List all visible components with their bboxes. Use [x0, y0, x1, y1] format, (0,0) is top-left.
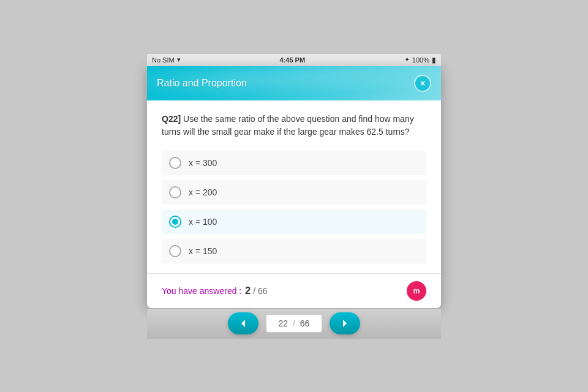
- option-d-label: x = 150: [189, 246, 217, 256]
- radio-d: [169, 245, 181, 257]
- option-b[interactable]: x = 200: [162, 180, 426, 205]
- question-text: Q22] Use the same ratio of the above que…: [162, 113, 426, 138]
- next-icon: [340, 318, 350, 328]
- question-body: Use the same ratio of the above question…: [162, 114, 414, 137]
- prev-icon: [238, 318, 248, 328]
- option-c[interactable]: x = 100: [162, 209, 426, 234]
- battery-icon: ▮: [432, 56, 436, 64]
- option-a[interactable]: x = 300: [162, 151, 426, 175]
- radio-c-fill: [172, 219, 178, 225]
- battery-pct: 100%: [412, 56, 429, 64]
- bluetooth-icon: ✦: [404, 56, 410, 64]
- option-a-label: x = 300: [189, 158, 217, 168]
- nav-bar: 22 / 66: [147, 308, 441, 339]
- card-title: Ratio and Proportion: [157, 78, 247, 89]
- prev-button[interactable]: [228, 312, 258, 334]
- answered-label: You have answered :: [162, 286, 241, 296]
- answered-info: You have answered : 2 / 66: [162, 285, 268, 296]
- status-right: ✦ 100% ▮: [404, 56, 436, 64]
- device-frame: No SIM ▾ 4:45 PM ✦ 100% ▮ Ratio and Prop…: [0, 0, 588, 392]
- radio-c: [169, 216, 181, 228]
- current-page: 22: [279, 318, 288, 328]
- close-button[interactable]: ×: [414, 75, 431, 92]
- radio-b: [169, 186, 181, 198]
- answered-total: 66: [258, 286, 268, 296]
- quiz-card: Ratio and Proportion × Q22] Use the same…: [147, 66, 441, 308]
- options-list: x = 300 x = 200 x = 100 x = 1: [162, 151, 426, 263]
- question-number: Q22]: [162, 114, 181, 124]
- carrier-label: No SIM: [152, 56, 175, 64]
- option-b-label: x = 200: [189, 187, 217, 197]
- brand-icon: m: [407, 281, 426, 301]
- status-left: No SIM ▾: [152, 56, 181, 64]
- brand-label: m: [413, 287, 420, 295]
- footer-status: You have answered : 2 / 66 m: [147, 273, 441, 308]
- status-bar: No SIM ▾ 4:45 PM ✦ 100% ▮: [147, 54, 441, 66]
- nav-slash: /: [293, 318, 298, 328]
- page-indicator: 22 / 66: [266, 314, 323, 333]
- answered-slash: /: [253, 286, 255, 296]
- option-c-label: x = 100: [189, 217, 217, 227]
- answered-count: 2: [245, 285, 251, 296]
- question-content: Q22] Use the same ratio of the above que…: [147, 100, 441, 273]
- close-icon: ×: [420, 78, 425, 88]
- total-pages: 66: [300, 318, 310, 328]
- svg-marker-0: [241, 320, 245, 327]
- signal-icon: ▾: [177, 56, 181, 64]
- next-button[interactable]: [330, 312, 360, 334]
- time-label: 4:45 PM: [279, 56, 305, 64]
- option-d[interactable]: x = 150: [162, 239, 426, 263]
- svg-marker-1: [343, 320, 347, 327]
- card-header: Ratio and Proportion ×: [147, 66, 441, 100]
- radio-a: [169, 157, 181, 169]
